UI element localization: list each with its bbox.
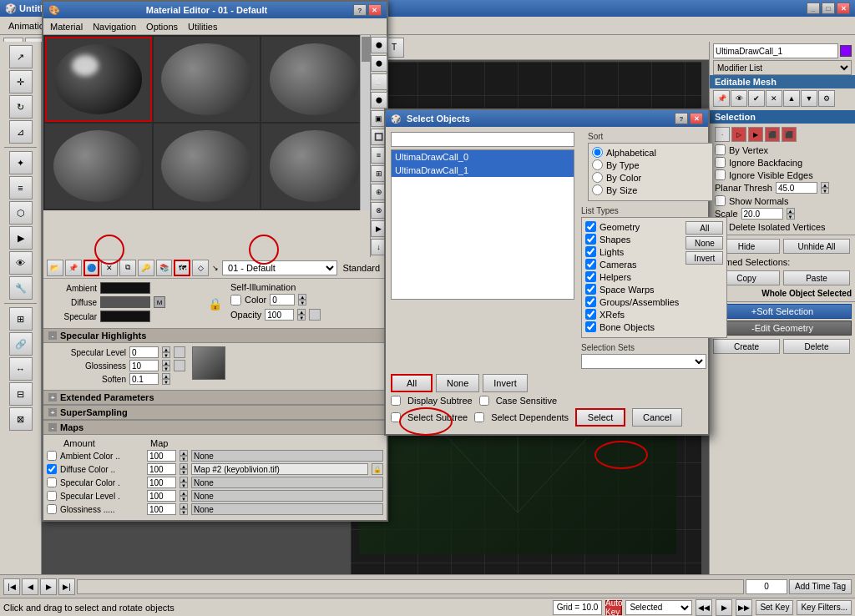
- ambient-color-swatch[interactable]: [100, 282, 150, 294]
- sort-color-radio[interactable]: [592, 172, 603, 183]
- gloss-map-amount[interactable]: [147, 503, 176, 515]
- mat-put-to-scene[interactable]: 📌: [65, 260, 82, 276]
- helpers-check[interactable]: [585, 271, 596, 282]
- mat-side-btn-3[interactable]: ⬜: [371, 73, 387, 90]
- mat-menu-material[interactable]: Material: [47, 21, 86, 33]
- lp-display[interactable]: 👁: [9, 251, 33, 275]
- sphere-grid-scrollbar[interactable]: [360, 35, 370, 210]
- ambient-map-check[interactable]: [47, 451, 57, 461]
- mat-menu-options[interactable]: Options: [143, 21, 181, 33]
- mat-reset[interactable]: ✕: [101, 260, 118, 276]
- spec-level-input[interactable]: [129, 346, 159, 358]
- spec-color-check[interactable]: [47, 477, 57, 487]
- object-name-input[interactable]: [713, 43, 838, 58]
- lp-create[interactable]: ✦: [9, 151, 33, 174]
- mat-side-btn-2[interactable]: ⬤: [371, 55, 387, 72]
- sel-edge-icon[interactable]: ▷: [731, 127, 746, 142]
- unhide-all-button[interactable]: Unhide All: [783, 239, 850, 254]
- sl-down[interactable]: ▼: [180, 496, 188, 502]
- spec-color-amount[interactable]: [147, 477, 176, 488]
- lp-utilities[interactable]: 🔧: [9, 276, 33, 300]
- cameras-check[interactable]: [585, 259, 596, 270]
- sel-sets-dropdown[interactable]: [581, 354, 706, 369]
- sphere-2[interactable]: [154, 37, 261, 122]
- spacewarps-check[interactable]: [585, 284, 596, 295]
- modifier-list-dropdown[interactable]: Modifier List: [713, 60, 852, 75]
- status-next-btn[interactable]: ▶▶: [736, 599, 752, 616]
- sphere-5[interactable]: [154, 124, 261, 209]
- soften-up[interactable]: ▲: [162, 373, 170, 379]
- time-prev-btn[interactable]: ◀: [22, 578, 38, 595]
- diffuse-map-check[interactable]: [47, 464, 57, 474]
- ext-collapse-btn[interactable]: +: [48, 393, 57, 401]
- list-item-0[interactable]: UltimaDrawCall_0: [392, 150, 574, 164]
- mat-menu-navigation[interactable]: Navigation: [89, 21, 139, 33]
- gloss-map-btn[interactable]: None: [191, 503, 383, 515]
- glossiness-up[interactable]: ▲: [162, 360, 170, 366]
- sc-up[interactable]: ▲: [180, 477, 188, 482]
- rp-delete[interactable]: ✕: [766, 90, 782, 107]
- spec-level-map-btn[interactable]: None: [191, 490, 383, 502]
- gl-up[interactable]: ▲: [180, 503, 188, 509]
- scale-up[interactable]: ▲: [787, 208, 795, 214]
- self-illum-value[interactable]: [270, 294, 295, 305]
- sel-polygon-icon[interactable]: ⬛: [782, 127, 797, 142]
- am-down[interactable]: ▼: [180, 456, 188, 462]
- spec-level-map-check[interactable]: [47, 491, 57, 501]
- display-subtree-check[interactable]: [391, 396, 401, 406]
- pt-up[interactable]: ▲: [821, 182, 829, 188]
- time-start-btn[interactable]: |◀: [3, 578, 20, 595]
- diffuse-map-btn[interactable]: Map #2 (keyoblivion.tif): [191, 463, 368, 475]
- lights-check[interactable]: [585, 246, 596, 257]
- mat-unique[interactable]: 🔑: [138, 260, 154, 276]
- lp-spacer[interactable]: ⊠: [9, 407, 33, 431]
- ambient-map-amount[interactable]: [147, 450, 176, 462]
- dm-down[interactable]: ▼: [180, 469, 188, 475]
- add-time-tag-btn[interactable]: Add Time Tag: [789, 579, 852, 594]
- rp-config[interactable]: ⚙: [818, 90, 835, 107]
- specular-color-swatch[interactable]: [100, 311, 150, 322]
- dialog-help-btn[interactable]: ?: [675, 113, 688, 124]
- lt-none-btn[interactable]: None: [686, 236, 723, 250]
- dialog-none-btn[interactable]: None: [436, 374, 479, 392]
- rp-pin[interactable]: 📌: [713, 90, 730, 107]
- groups-check[interactable]: [585, 296, 596, 307]
- mat-get-material[interactable]: 📂: [47, 260, 63, 276]
- self-illum-up[interactable]: ▲: [298, 294, 306, 300]
- bone-check[interactable]: [585, 321, 596, 332]
- key-filters-btn[interactable]: Key Filters...: [797, 600, 852, 615]
- soft-selection-btn[interactable]: + Soft Selection: [713, 304, 852, 319]
- sphere-3[interactable]: [261, 37, 368, 122]
- sel-face-icon[interactable]: ⬛: [765, 127, 780, 142]
- xrefs-check[interactable]: [585, 309, 596, 320]
- geo-check[interactable]: [585, 221, 596, 232]
- status-prev-btn[interactable]: ◀◀: [696, 599, 712, 616]
- spec-collapse-btn[interactable]: -: [48, 331, 57, 340]
- lp-modify[interactable]: ≡: [9, 176, 33, 199]
- soften-down[interactable]: ▼: [162, 379, 170, 385]
- dm-up[interactable]: ▲: [180, 463, 188, 469]
- list-item-1[interactable]: UltimaDrawCall_1: [392, 164, 574, 177]
- case-sensitive-check[interactable]: [479, 396, 489, 406]
- diffuse-color-swatch[interactable]: [100, 296, 150, 308]
- dialog-invert-btn[interactable]: Invert: [483, 374, 528, 392]
- diffuse-map-button[interactable]: M: [154, 296, 165, 308]
- sc-down[interactable]: ▼: [180, 482, 188, 488]
- lt-invert-btn[interactable]: Invert: [686, 251, 723, 265]
- opacity-down[interactable]: ▼: [297, 315, 306, 321]
- spec-level-up[interactable]: ▲: [162, 346, 170, 352]
- sort-size-radio[interactable]: [592, 184, 603, 195]
- selected-dropdown[interactable]: Selected: [625, 600, 692, 615]
- self-illum-color-check[interactable]: [230, 295, 241, 305]
- self-illum-down[interactable]: ▼: [298, 300, 306, 305]
- mat-side-btn-1[interactable]: ⬤: [371, 37, 387, 53]
- spec-color-btn[interactable]: None: [191, 477, 383, 488]
- mat-menu-utilities[interactable]: Utilities: [185, 21, 220, 33]
- am-up[interactable]: ▲: [180, 450, 188, 456]
- mat-help-btn[interactable]: ?: [353, 4, 367, 16]
- object-color-btn[interactable]: [840, 45, 852, 57]
- rp-show-all[interactable]: 👁: [731, 90, 747, 107]
- mat-close-btn[interactable]: ✕: [368, 4, 382, 16]
- sort-alpha-radio[interactable]: [592, 147, 603, 158]
- scale-down[interactable]: ▼: [787, 214, 795, 220]
